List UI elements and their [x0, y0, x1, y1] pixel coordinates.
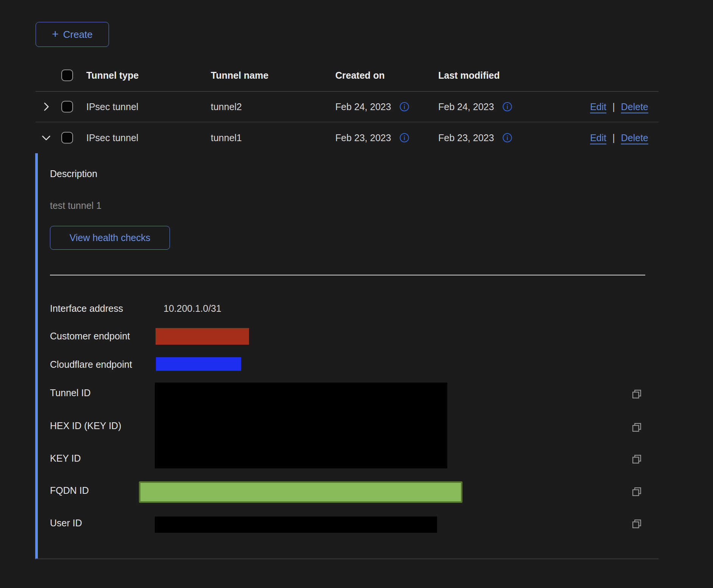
fqdn-id-label: FQDN ID	[50, 485, 89, 496]
header-last-modified: Last modified	[438, 70, 500, 81]
fqdn-id-redaction	[139, 481, 462, 503]
row-checkbox[interactable]	[61, 132, 73, 144]
last-modified-cell: Feb 24, 2023	[438, 101, 494, 112]
header-created-on: Created on	[335, 70, 385, 81]
customer-endpoint-label: Customer endpoint	[50, 330, 130, 342]
create-button-label: Create	[63, 29, 93, 40]
customer-endpoint-redaction	[156, 328, 249, 345]
copy-icon	[631, 486, 643, 498]
interface-address-value: 10.200.1.0/31	[163, 303, 221, 314]
info-icon[interactable]	[399, 133, 409, 143]
create-button[interactable]: + Create	[36, 22, 109, 47]
edit-link[interactable]: Edit	[590, 132, 606, 143]
copy-icon	[631, 518, 643, 530]
ids-redaction-block	[155, 383, 447, 468]
header-tunnel-name: Tunnel name	[211, 70, 268, 81]
description-label: Description	[50, 168, 97, 179]
expand-row-button[interactable]	[38, 98, 54, 115]
info-icon[interactable]	[399, 102, 409, 112]
copy-icon	[631, 422, 643, 433]
row-checkbox[interactable]	[61, 101, 73, 113]
interface-address-label: Interface address	[50, 303, 123, 314]
tunnel-id-label: Tunnel ID	[50, 387, 90, 398]
select-all-checkbox[interactable]	[61, 69, 73, 81]
user-id-label: User ID	[50, 517, 82, 529]
expanded-row-accent-bar	[35, 153, 38, 559]
hex-id-label: HEX ID (KEY ID)	[50, 420, 121, 431]
section-divider	[50, 275, 645, 275]
view-health-checks-button[interactable]: View health checks	[50, 226, 170, 250]
delete-link[interactable]: Delete	[621, 132, 648, 143]
key-id-label: KEY ID	[50, 453, 81, 464]
copy-icon	[631, 388, 643, 400]
chevron-down-icon	[40, 132, 52, 144]
info-icon[interactable]	[502, 102, 512, 112]
table-row: IPsec tunnel tunnel1 Feb 23, 2023 Feb 23…	[36, 122, 659, 153]
expanded-row-bottom-border	[36, 558, 659, 559]
copy-fqdn-id-button[interactable]	[629, 484, 645, 499]
plus-icon: +	[52, 28, 59, 40]
created-on-cell: Feb 23, 2023	[335, 132, 391, 143]
last-modified-cell: Feb 23, 2023	[438, 132, 494, 143]
copy-key-id-button[interactable]	[629, 451, 645, 467]
edit-link[interactable]: Edit	[590, 101, 606, 112]
collapse-row-button[interactable]	[38, 129, 54, 146]
tunnel-name-cell: tunnel1	[211, 132, 242, 143]
copy-hex-id-button[interactable]	[629, 420, 645, 435]
description-value: test tunnel 1	[50, 200, 101, 211]
copy-tunnel-id-button[interactable]	[629, 386, 645, 401]
tunnel-type-cell: IPsec tunnel	[86, 132, 139, 143]
created-on-cell: Feb 24, 2023	[335, 101, 391, 112]
action-separator: |	[612, 101, 615, 112]
table-row: IPsec tunnel tunnel2 Feb 24, 2023 Feb 24…	[36, 92, 659, 122]
info-icon[interactable]	[502, 133, 512, 143]
chevron-right-icon	[40, 101, 52, 113]
action-separator: |	[612, 132, 615, 143]
tunnel-name-cell: tunnel2	[211, 101, 242, 112]
header-tunnel-type: Tunnel type	[86, 70, 139, 81]
delete-link[interactable]: Delete	[621, 101, 648, 112]
cloudflare-endpoint-label: Cloudflare endpoint	[50, 359, 132, 370]
copy-icon	[631, 453, 643, 465]
user-id-redaction	[155, 516, 437, 533]
table-header-row: Tunnel type Tunnel name Created on Last …	[36, 59, 659, 92]
cloudflare-endpoint-redaction	[156, 357, 241, 371]
tunnels-page: + Create Tunnel type Tunnel name Created…	[0, 0, 713, 588]
tunnel-type-cell: IPsec tunnel	[86, 101, 139, 112]
copy-user-id-button[interactable]	[629, 516, 645, 531]
